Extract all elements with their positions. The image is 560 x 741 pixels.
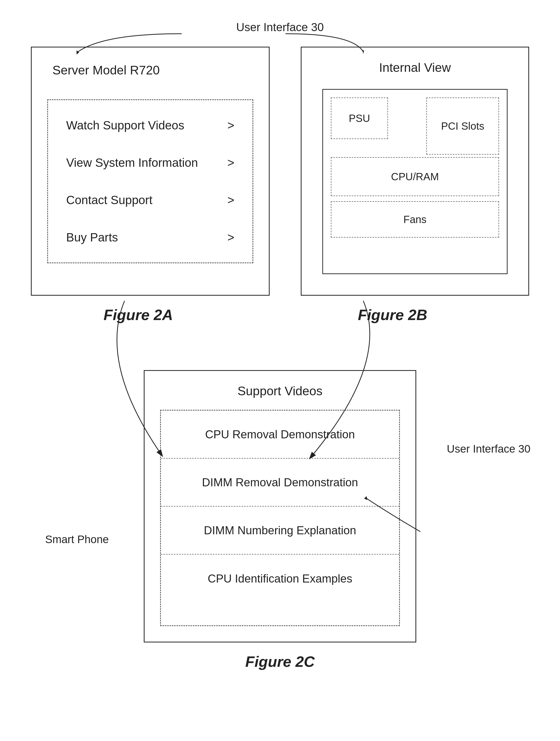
dimm-numbering-item[interactable]: DIMM Numbering Explanation [161, 507, 399, 554]
cpu-ram-box: CPU/RAM [331, 157, 499, 196]
pci-slots-box: PCI Slots [426, 97, 499, 154]
figure-2c-panel: Support Videos CPU Removal Demonstration… [144, 370, 416, 643]
buy-parts-label: Buy Parts [66, 230, 118, 244]
watch-support-videos-item[interactable]: Watch Support Videos > [61, 108, 240, 143]
ui-label-top: User Interface 30 [236, 21, 324, 34]
figure-2a-wrapper: Server Model R720 Watch Support Videos >… [31, 47, 270, 323]
cpu-identification-item[interactable]: CPU Identification Examples [161, 554, 399, 603]
server-model-label: Server Model R720 [52, 63, 160, 77]
watch-support-videos-label: Watch Support Videos [66, 118, 184, 132]
internal-view-label: Internal View [379, 60, 451, 75]
contact-support-label: Contact Support [66, 193, 152, 207]
view-system-info-item[interactable]: View System Information > [61, 145, 240, 180]
contact-support-item[interactable]: Contact Support > [61, 183, 240, 217]
figure-2c-wrapper: Support Videos CPU Removal Demonstration… [144, 370, 416, 670]
figure-2b-label: Figure 2B [358, 306, 427, 323]
contact-support-chevron: > [227, 193, 234, 207]
smart-phone-label: Smart Phone [45, 533, 109, 546]
top-row: Server Model R720 Watch Support Videos >… [0, 0, 560, 323]
cpu-removal-item[interactable]: CPU Removal Demonstration [161, 411, 399, 459]
videos-dashed-box: CPU Removal Demonstration DIMM Removal D… [160, 410, 400, 626]
psu-box: PSU [331, 97, 388, 139]
support-videos-label: Support Videos [238, 384, 322, 398]
page-container: User Interface 30 Server Model R720 Watc… [0, 0, 560, 741]
bottom-row: Support Videos CPU Removal Demonstration… [0, 370, 560, 670]
buy-parts-chevron: > [227, 230, 234, 244]
figure-2c-label: Figure 2C [245, 653, 315, 670]
menu-dashed-box: Watch Support Videos > View System Infor… [47, 99, 253, 263]
figure-2b-wrapper: Internal View PSU PCI Slots CPU/RAM Fans [301, 47, 529, 323]
figure-2b-panel: Internal View PSU PCI Slots CPU/RAM Fans [301, 47, 529, 296]
view-system-info-chevron: > [227, 156, 234, 170]
fans-box: Fans [331, 201, 499, 238]
buy-parts-item[interactable]: Buy Parts > [61, 220, 240, 255]
figure-2a-panel: Server Model R720 Watch Support Videos >… [31, 47, 270, 296]
internal-view-box: PSU PCI Slots CPU/RAM Fans [322, 89, 508, 274]
view-system-info-label: View System Information [66, 156, 198, 170]
figure-2a-label: Figure 2A [104, 306, 173, 323]
ui-label-2c: User Interface 30 [447, 443, 531, 455]
dimm-removal-item[interactable]: DIMM Removal Demonstration [161, 459, 399, 507]
watch-support-videos-chevron: > [227, 118, 234, 132]
